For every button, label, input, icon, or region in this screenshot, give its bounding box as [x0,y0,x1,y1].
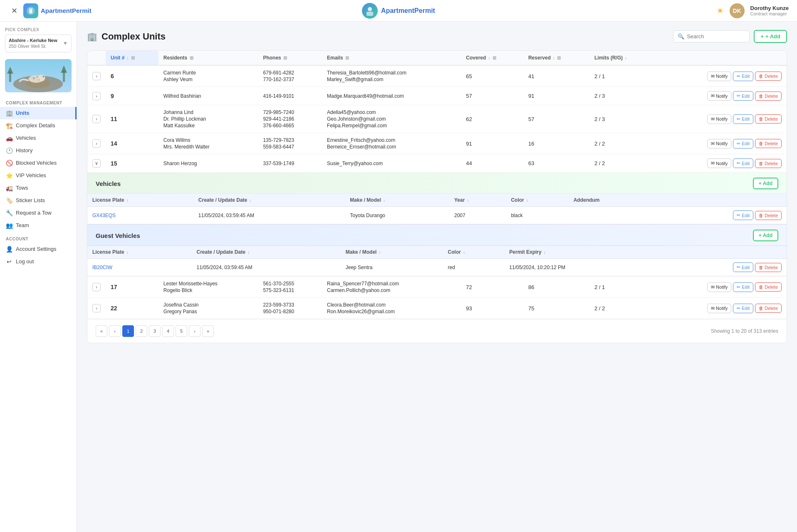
sort-icon[interactable]: ↕ [383,198,385,203]
email-addr: Carmen.Pollich@yahoo.com [327,287,456,293]
sidebar-item-team[interactable]: 👥 Team [0,219,77,232]
edit-button[interactable]: ✏ Edit [733,114,753,124]
sidebar-item-request-a-tow[interactable]: 🔧 Request a Tow [0,207,77,219]
management-label: COMPLEX MANAGEMENT [0,96,77,107]
svg-point-12 [42,76,44,77]
expand-row-5-btn[interactable]: ∨ [92,159,101,168]
next-page-btn[interactable]: › [189,325,200,337]
first-page-btn[interactable]: « [96,325,107,337]
theme-toggle[interactable]: ☀ [716,6,724,16]
sort-icon[interactable]: ↕ [379,250,381,255]
notify-button[interactable]: ✉ Notify [707,158,731,168]
reserved-value: 41 [523,65,589,87]
prev-page-btn[interactable]: ‹ [109,325,121,337]
delete-button[interactable]: 🗑 Delete [755,72,782,81]
filter-phones-icon[interactable]: ⊞ [283,55,287,60]
delete-button[interactable]: 🗑 Delete [755,114,782,124]
sort-icon[interactable]: ↕ [463,250,465,255]
sidebar-item-units[interactable]: 🏢 Units [0,107,77,119]
phone-number: 929-441-2186 [263,116,317,122]
filter-reserved-icon[interactable]: ⊞ [557,55,561,60]
expand-row-4-btn[interactable]: › [92,139,101,148]
row-actions: ✉ Notify ✏ Edit 🗑 Delete [660,282,782,292]
guest-license-plate-link[interactable]: IB20CIW [92,265,112,270]
add-unit-button[interactable]: + + Add [754,30,787,43]
sort-icon[interactable]: ↕ [127,56,129,60]
close-button[interactable]: ✕ [8,5,20,17]
delete-button[interactable]: 🗑 Delete [755,282,782,292]
complex-selector[interactable]: Abshire - Kerluke New 250 Oliver Well St… [5,35,72,52]
sort-icon[interactable]: ↕ [126,198,129,203]
delete-button[interactable]: 🗑 Delete [755,139,782,148]
edit-vehicle-button[interactable]: ✏ Edit [733,210,753,220]
filter-emails-icon[interactable]: ⊞ [345,55,349,60]
filter-residents-icon[interactable]: ⊞ [190,55,193,60]
expand-row-6-btn[interactable]: › [92,283,101,291]
notify-button[interactable]: ✉ Notify [707,139,731,148]
sort-icon[interactable]: ↕ [126,250,129,255]
expand-row-3-btn[interactable]: › [92,115,101,123]
email-addr: Theresia_Bartoletti96@hotmail.com [327,70,456,76]
sidebar-item-history[interactable]: 🕐 History [0,144,77,157]
delete-button[interactable]: 🗑 Delete [755,159,782,168]
sidebar-item-logout[interactable]: ↩ Log out [0,255,77,268]
edit-button[interactable]: ✏ Edit [733,139,753,148]
col-limits: Limits (R/G) ↕ [589,51,655,65]
page-4-btn[interactable]: 4 [162,325,174,337]
license-plate-link[interactable]: GX43EQS [92,213,116,218]
add-vehicle-button[interactable]: + Add [753,178,778,189]
search-box[interactable]: 🔍 [673,30,750,42]
sort-icon[interactable]: ↕ [250,198,252,203]
sidebar-item-tows[interactable]: 🚛 Tows [0,182,77,194]
sort-reserved-icon[interactable]: ↕ [553,56,555,60]
sort-icon[interactable]: ↕ [467,198,469,203]
filter-covered-icon[interactable]: ⊞ [493,55,496,60]
sidebar-item-account-settings[interactable]: 👤 Account Settings [0,243,77,255]
delete-button[interactable]: 🗑 Delete [755,92,782,101]
edit-button[interactable]: ✏ Edit [733,72,753,81]
page-3-btn[interactable]: 3 [149,325,161,337]
sidebar-item-vehicles[interactable]: 🚗 Vehicles [0,132,77,144]
edit-button[interactable]: ✏ Edit [733,304,753,313]
notify-button[interactable]: ✉ Notify [707,304,731,313]
search-input[interactable] [687,33,745,40]
edit-button[interactable]: ✏ Edit [733,91,753,101]
expand-row-2-btn[interactable]: › [92,92,101,100]
page-1-btn[interactable]: 1 [122,325,134,337]
email-list: Adella45@yahoo.com Geo.Johnston@gmail.co… [327,109,456,129]
row-actions: ✉ Notify ✏ Edit 🗑 Delete [660,72,782,81]
add-guest-vehicle-button[interactable]: + Add [753,230,778,241]
limits-value: 2 / 3 [589,105,655,133]
sidebar-item-sticker-lists[interactable]: 🏷️ Sticker Lists [0,194,77,207]
email-addr: Ron.Moreikovic26@gmail.com [327,309,456,314]
sidebar-item-complex-details[interactable]: 🏗️ Complex Details [0,119,77,132]
expand-row-1-btn[interactable]: › [92,72,101,80]
delete-button[interactable]: 🗑 Delete [755,304,782,313]
sidebar-item-blocked-vehicles[interactable]: 🚫 Blocked Vehicles [0,157,77,169]
sidebar: PICK COMPLEX Abshire - Kerluke New 250 O… [0,22,77,532]
sort-icon[interactable]: ↕ [544,250,546,255]
sort-limits-icon[interactable]: ↕ [625,56,627,60]
notify-button[interactable]: ✉ Notify [707,72,731,81]
edit-button[interactable]: ✏ Edit [733,282,753,292]
edit-button[interactable]: ✏ Edit [733,158,753,168]
notify-button[interactable]: ✉ Notify [707,91,731,101]
sort-icon[interactable]: ↕ [248,250,250,255]
delete-vehicle-button[interactable]: 🗑 Delete [755,211,782,220]
filter-unit-icon[interactable]: ⊞ [131,55,135,60]
page-2-btn[interactable]: 2 [136,325,147,337]
notify-button[interactable]: ✉ Notify [707,282,731,292]
unit-number: 22 [111,305,117,312]
building-icon: 🏢 [87,32,97,42]
expand-row-7-btn[interactable]: › [92,304,101,312]
sort-icon[interactable]: ↕ [526,198,528,203]
sidebar-item-vip-vehicles[interactable]: ⭐ VIP Vehicles [0,169,77,182]
notify-button[interactable]: ✉ Notify [707,114,731,124]
delete-guest-vehicle-button[interactable]: 🗑 Delete [755,263,782,272]
edit-guest-vehicle-button[interactable]: ✏ Edit [733,262,753,272]
page-5-btn[interactable]: 5 [176,325,187,337]
last-page-btn[interactable]: » [202,325,214,337]
col-guest-color: Color ↕ [443,246,505,259]
vehicle-color: black [506,207,568,224]
sort-covered-icon[interactable]: ↕ [488,56,490,60]
